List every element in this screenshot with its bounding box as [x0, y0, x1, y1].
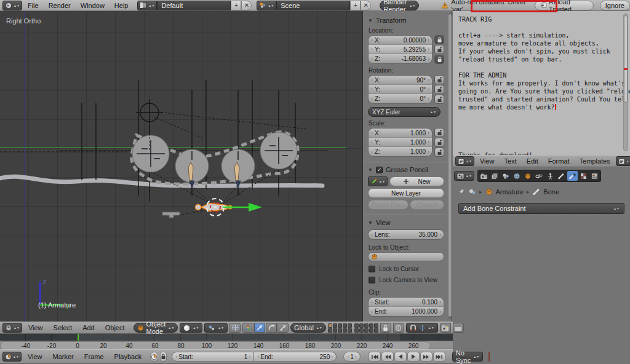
text-line[interactable]: ctrl+a ----> start simulation,: [458, 32, 630, 40]
preview-range-button[interactable]: [150, 352, 158, 362]
tab-object[interactable]: [523, 171, 533, 181]
editor-type-info-button[interactable]: ▲▼: [2, 1, 22, 10]
tab-bone-constraint[interactable]: [567, 171, 578, 181]
frame-end-field[interactable]: ‹End: 250›: [254, 352, 337, 362]
tl-menu-frame[interactable]: Frame: [80, 351, 108, 362]
rotation-x-field[interactable]: ‹X:90°›: [369, 76, 432, 85]
text-line[interactable]: move armature to relocate all objects,: [458, 40, 630, 48]
lock-scale-z-button[interactable]: [434, 148, 444, 157]
location-z-field[interactable]: ‹Z:-1.68063›: [369, 54, 432, 63]
lock-camera-checkbox[interactable]: [369, 277, 375, 283]
close-screen-layout-button[interactable]: ✕: [241, 1, 252, 10]
editor-type-text-button[interactable]: ▲▼: [455, 156, 474, 166]
text-line[interactable]: [458, 136, 630, 144]
vp-menu-select[interactable]: Select: [49, 322, 77, 333]
current-frame-marker[interactable]: [78, 334, 79, 341]
text-line[interactable]: [458, 112, 630, 120]
pivot-point-dropdown[interactable]: ▲▼: [204, 323, 228, 333]
translate-manipulator-button[interactable]: [254, 323, 265, 333]
tab-scene[interactable]: [501, 171, 511, 181]
scrollbar-thumb[interactable]: [449, 14, 452, 317]
lock-to-cursor-row[interactable]: Lock to Cursor: [369, 266, 444, 272]
tab-texture[interactable]: [589, 171, 600, 181]
text-line[interactable]: [458, 24, 630, 32]
lock-rotation-z-button[interactable]: [434, 95, 444, 104]
vp-menu-add[interactable]: Add: [78, 322, 99, 333]
lens-field[interactable]: ‹Lens:35.000›: [369, 230, 444, 239]
scale-x-field[interactable]: ‹X:1.000›: [369, 129, 432, 138]
timeline-scrollbar[interactable]: -40-200204060801001201401601802002202402…: [0, 341, 453, 349]
delete-frame-button[interactable]: Delete Fra...: [368, 200, 409, 210]
scene-lock-button[interactable]: [380, 323, 391, 333]
grease-pencil-new-button[interactable]: New: [389, 176, 444, 186]
render-engine-dropdown[interactable]: Blender Render ▲▼: [380, 1, 419, 10]
text-line[interactable]: [458, 144, 630, 152]
grease-pencil-checkbox[interactable]: ✓: [376, 167, 383, 173]
layer-grid-right[interactable]: [354, 323, 378, 333]
clip-start-field[interactable]: ‹Start:0.100›: [369, 298, 444, 307]
editor-type-timeline-button[interactable]: ▲▼: [2, 352, 22, 362]
tab-render[interactable]: [479, 171, 489, 181]
lock-scale-y-button[interactable]: [434, 138, 444, 147]
lock-to-object-field[interactable]: [368, 252, 444, 261]
text-menu-edit[interactable]: Edit: [522, 156, 543, 167]
menu-help[interactable]: Help: [110, 0, 133, 11]
scale-z-field[interactable]: ‹Z:1.000›: [369, 147, 432, 156]
add-scene-button[interactable]: +: [350, 1, 361, 10]
tab-bone[interactable]: [556, 171, 567, 181]
lock-location-z-button[interactable]: [434, 55, 444, 64]
clip-end-field[interactable]: ‹End:1000.000›: [369, 307, 444, 316]
rotation-y-field[interactable]: ‹Y:0°›: [369, 85, 432, 94]
transform-panel-header[interactable]: ▼ Transform: [368, 17, 444, 24]
viewport-3d[interactable]: z y Right Ortho (1) Armature: [0, 11, 363, 322]
text-menu-view[interactable]: View: [476, 156, 499, 167]
keying-lock-button[interactable]: [160, 352, 167, 362]
new-layer-button[interactable]: New Layer: [368, 188, 444, 198]
manipulator-toggle-button[interactable]: [229, 323, 241, 333]
add-screen-layout-button[interactable]: +: [231, 1, 241, 10]
location-y-field[interactable]: ‹Y:5.29255›: [369, 45, 432, 54]
rotation-z-field[interactable]: ‹Z:0°›: [369, 94, 432, 103]
convert-button[interactable]: Convert: [410, 200, 444, 210]
vp-menu-view[interactable]: View: [24, 322, 47, 333]
play-reverse-button[interactable]: [394, 352, 407, 362]
rotation-mode-dropdown[interactable]: XYZ Euler ▲▼: [368, 107, 441, 117]
layer-cell[interactable]: [328, 323, 332, 328]
scale-y-field[interactable]: ‹Y:1.000›: [369, 138, 432, 147]
sync-mode-dropdown[interactable]: No Sync ▲▼: [452, 352, 483, 362]
timeline-ruler[interactable]: -40-200204060801001201401601802002202402…: [0, 341, 431, 350]
rotate-manipulator-button[interactable]: [266, 323, 277, 333]
lock-rotation-x-button[interactable]: [434, 75, 444, 84]
grease-pencil-panel-header[interactable]: ▼ ✓ Grease Pencil: [368, 166, 444, 173]
tab-object-data[interactable]: [545, 171, 556, 181]
frame-start-field[interactable]: ‹Start: 1›: [172, 352, 254, 362]
scrollbar-thumb[interactable]: [624, 15, 628, 103]
text-line[interactable]: It works for me properly. I don't know w…: [458, 80, 630, 88]
interaction-mode-dropdown[interactable]: Object Mode ▲▼: [134, 323, 178, 333]
breadcrumb-bone[interactable]: Bone: [543, 188, 559, 196]
screen-layout-browse-button[interactable]: ▲▼: [137, 1, 157, 10]
snap-dropdown[interactable]: ▲▼: [406, 323, 438, 333]
text-menu-text[interactable]: Text: [500, 156, 521, 167]
location-x-field[interactable]: ‹X:0.00000›: [369, 36, 432, 45]
timeline-track-area[interactable]: [0, 334, 453, 341]
tab-render-layers[interactable]: [490, 171, 500, 181]
prev-keyframe-button[interactable]: [381, 352, 394, 362]
viewport-shading-dropdown[interactable]: ▲▼: [180, 323, 202, 333]
jump-to-end-button[interactable]: [433, 352, 445, 362]
close-scene-button[interactable]: ✕: [361, 1, 371, 10]
scene-datablock-icon[interactable]: [468, 188, 476, 196]
add-bone-constraint-dropdown[interactable]: Add Bone Constraint ▲▼: [458, 203, 624, 214]
text-line[interactable]: If your wheels don't spin, you must clic…: [458, 48, 630, 56]
translate-manipulator-arrow[interactable]: [223, 203, 262, 212]
scale-manipulator-button[interactable]: [277, 323, 289, 333]
tl-menu-playback[interactable]: Playback: [110, 351, 146, 362]
text-line[interactable]: "reload trusted" on top bar.: [458, 56, 630, 64]
render-animation-button[interactable]: [453, 323, 464, 333]
text-menu-templates[interactable]: Templates: [575, 156, 615, 167]
text-editor-content[interactable]: TRACK RIG ctrl+a ----> start simulation,…: [458, 16, 630, 155]
menu-file[interactable]: File: [23, 0, 43, 11]
text-line[interactable]: [458, 64, 630, 72]
text-datablock-browse-button[interactable]: ▲▼: [616, 156, 630, 166]
render-still-button[interactable]: [440, 323, 451, 333]
